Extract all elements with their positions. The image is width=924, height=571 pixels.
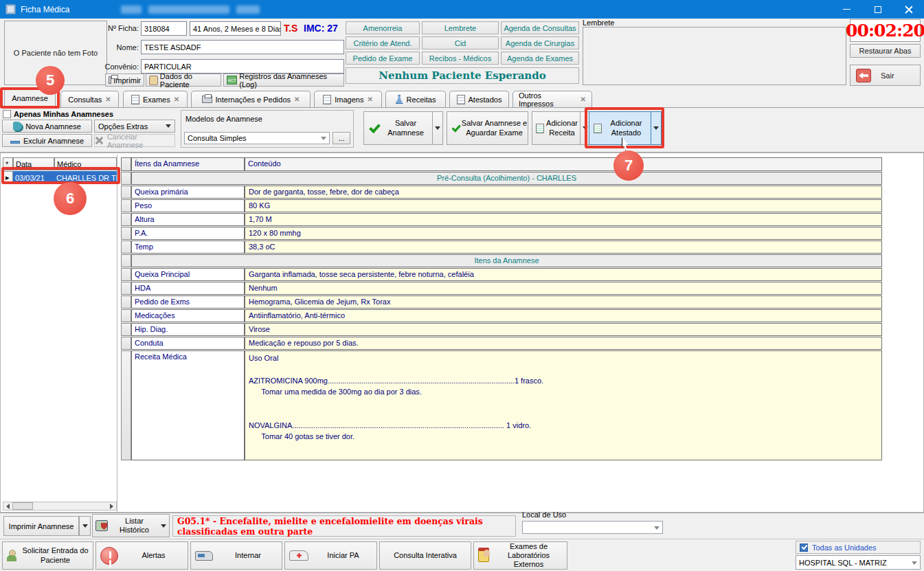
minimize-button[interactable] xyxy=(831,0,862,19)
alertas-button[interactable]: Alertas xyxy=(95,541,188,570)
item-label-text: Receita Médica xyxy=(135,352,187,361)
item-value[interactable]: Dor de garganta, tosse, febre, dor de ca… xyxy=(245,186,882,199)
tab-close-icon[interactable]: ✕ xyxy=(581,96,586,103)
close-button[interactable] xyxy=(893,0,924,19)
modelos-more-button[interactable]: ... xyxy=(333,132,350,144)
tab-receitas[interactable]: Receitas xyxy=(385,91,446,107)
listar-historico-button[interactable]: Listar Histórico xyxy=(92,514,170,537)
receita-medica-value[interactable]: Uso Oral AZITROMICINA 900mg.............… xyxy=(245,350,882,460)
quick-button-agenda-consultas[interactable]: Agenda de Consultas xyxy=(501,21,579,34)
todas-unidades-checkbox[interactable] xyxy=(800,544,808,552)
item-value[interactable]: Garganta inflamada, tosse seca persisten… xyxy=(245,268,882,281)
salvar-aguardar-button[interactable]: Salvar Anamnese e Aguardar Exame xyxy=(447,111,528,145)
item-value[interactable]: Hemograma, Glicemia de Jejum, Rx Torax xyxy=(245,295,882,309)
internar-button[interactable]: Internar xyxy=(190,541,282,570)
quick-button-lembrete[interactable]: Lembrete xyxy=(422,21,499,34)
sair-button[interactable]: Sair xyxy=(850,65,921,86)
scroll-left-arrow[interactable] xyxy=(4,503,12,509)
maximize-button[interactable] xyxy=(862,0,893,19)
item-label: Queixa Principal xyxy=(131,268,245,281)
grid-gutter-cell xyxy=(121,199,131,212)
unidade-combobox[interactable]: HOSPITAL SQL - MATRIZ xyxy=(796,555,921,570)
ficha-input[interactable]: 318084 xyxy=(141,21,187,36)
item-value-text: Hemograma, Glicemia de Jejum, Rx Torax xyxy=(249,298,390,306)
lembrete-box[interactable] xyxy=(583,27,846,85)
tab-atestados[interactable]: Atestados xyxy=(449,91,509,107)
registros-log-button[interactable]: ACT Registros das Anamneses (Log) xyxy=(223,74,344,87)
history-horizontal-scrollbar[interactable] xyxy=(3,502,117,511)
modelos-combobox[interactable]: Consulta Simples xyxy=(184,132,330,144)
quick-button-cid[interactable]: Cid xyxy=(422,36,499,49)
salvar-anamnese-button[interactable]: Salvar Anamnese xyxy=(363,111,443,145)
nova-anamnese-button[interactable]: Nova Anamnese xyxy=(2,120,92,133)
iniciar-pa-button[interactable]: Iniciar PA xyxy=(284,541,377,570)
person-icon xyxy=(7,550,16,562)
tab-label: Imagens xyxy=(335,96,363,104)
todas-unidades-panel: Todas as Unidades xyxy=(796,541,921,554)
adicionar-receita-button[interactable]: Adicionar Receita xyxy=(532,111,591,145)
item-value[interactable]: 1,70 M xyxy=(245,213,882,226)
item-label: Queixa primária xyxy=(131,186,245,199)
quick-label: Amenorreia xyxy=(363,24,403,32)
exames-lab-externos-button[interactable]: Exames de Laboratórios Externos xyxy=(473,541,567,570)
local-de-uso-combobox[interactable] xyxy=(522,521,663,534)
tab-outros-impressos[interactable]: Outros Impressos ✕ xyxy=(512,91,592,107)
item-value[interactable]: Nenhum xyxy=(245,282,882,295)
footer-button-label: Solicitar Entrada do Paciente xyxy=(22,546,89,564)
tab-exames[interactable]: Exames ✕ xyxy=(123,91,188,107)
printer-icon xyxy=(202,96,212,103)
item-value[interactable]: Antiinflamatório, Anti-térmico xyxy=(245,309,882,322)
quick-button-pedido-exame[interactable]: Pedido de Exame xyxy=(346,52,420,65)
quick-button-agenda-exames[interactable]: Agenda de Exames xyxy=(501,52,579,65)
imprimir-mini-button[interactable]: Imprimir xyxy=(105,74,144,87)
tab-internacoes-pedidos[interactable]: Internações e Pedidos ✕ xyxy=(191,91,311,107)
printer-icon xyxy=(109,76,111,84)
quick-button-recibos-medicos[interactable]: Recibos - Médicos xyxy=(422,52,499,65)
annotation-number: 5 xyxy=(46,71,54,89)
tab-close-icon[interactable]: ✕ xyxy=(105,96,111,103)
restaurar-abas-label: Restaurar Abas xyxy=(859,47,912,55)
salvar-dropdown[interactable] xyxy=(432,112,442,144)
opcoes-extras-button[interactable]: Opções Extras xyxy=(94,120,175,133)
tab-close-icon[interactable]: ✕ xyxy=(174,96,179,103)
grid-header-conteudo[interactable]: Conteúdo xyxy=(245,157,882,171)
imprimir-anamnese-dropdown[interactable] xyxy=(79,516,91,536)
tab-consultas[interactable]: Consultas ✕ xyxy=(60,91,119,107)
quick-button-amenorreia[interactable]: Amenorreia xyxy=(346,21,420,34)
item-value[interactable]: Medicação e repouso por 5 dias. xyxy=(245,337,882,350)
item-value[interactable]: Virose xyxy=(245,323,882,336)
tab-close-icon[interactable]: ✕ xyxy=(367,96,372,103)
consulta-interativa-button[interactable]: Consulta Interativa xyxy=(379,541,471,570)
imprimir-anamnese-button[interactable]: Imprimir Anamnese xyxy=(3,516,79,536)
opcoes-extras-label: Opções Extras xyxy=(98,122,148,131)
excluir-anamnese-button[interactable]: Excluir Anamnese xyxy=(2,134,92,147)
tab-close-icon[interactable]: ✕ xyxy=(294,96,300,103)
cancelar-anamnese-button[interactable]: Cancelar Anamnese xyxy=(94,134,175,147)
restaurar-abas-button[interactable]: Restaurar Abas xyxy=(850,44,921,58)
footer-button-label: Internar xyxy=(218,551,278,560)
nome-label: Nome: xyxy=(98,43,139,52)
tabstrip: Anamnese Consultas ✕ Exames ✕ Internaçõe… xyxy=(0,89,924,108)
nome-input[interactable]: TESTE ASDADF xyxy=(141,40,344,54)
scroll-right-arrow[interactable] xyxy=(108,503,115,509)
grid-gutter-cell xyxy=(121,213,131,226)
solicitar-entrada-button[interactable]: Solicitar Entrada do Paciente xyxy=(2,541,93,570)
section-itens-anamnese[interactable]: Itens da Anamnese xyxy=(131,254,882,267)
adicionar-receita-label: Adicionar Receita xyxy=(544,119,580,138)
check-icon xyxy=(368,124,379,133)
grid-header-items[interactable]: Ítens da Anamnese xyxy=(131,157,245,171)
quick-button-criterio-atend[interactable]: Critério de Atend. xyxy=(346,36,420,49)
section-pre-consulta[interactable]: Pré-Consulta (Acolhimento) - CHARLLES xyxy=(131,172,882,185)
apenas-minhas-checkbox[interactable] xyxy=(3,110,11,118)
item-value[interactable]: 38,3 oC xyxy=(245,240,882,254)
grid-header-label: Conteúdo xyxy=(248,159,281,168)
tab-imagens[interactable]: Imagens ✕ xyxy=(314,91,382,107)
titlebar: Ficha Médica xyxy=(0,0,924,19)
quick-button-agenda-cirurgias[interactable]: Agenda de Cirurgias xyxy=(501,36,579,49)
quick-label: Recibos - Médicos xyxy=(429,54,491,63)
scrollbar-thumb[interactable] xyxy=(12,502,33,510)
dados-paciente-button[interactable]: Dados do Paciente xyxy=(146,74,221,87)
item-value[interactable]: 80 KG xyxy=(245,199,882,212)
excluir-anamnese-label: Excluir Anamnese xyxy=(23,137,84,145)
item-value[interactable]: 120 x 80 mmhg xyxy=(245,227,882,240)
